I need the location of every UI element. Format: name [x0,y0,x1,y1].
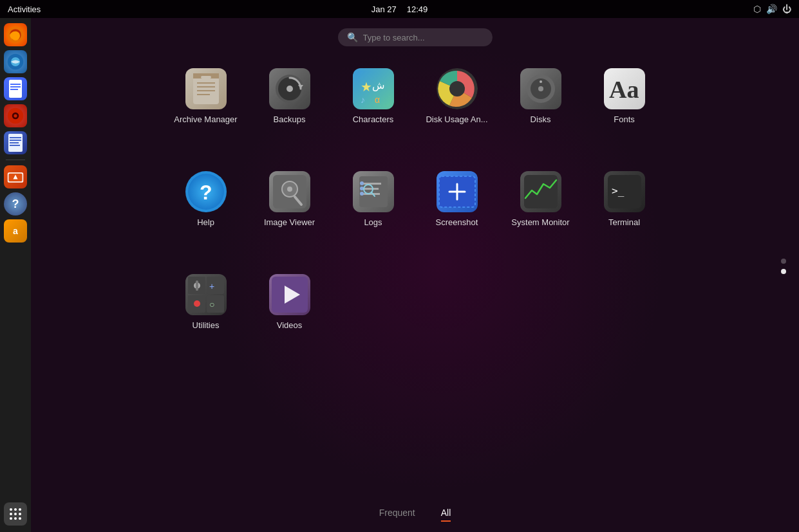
svg-text:♪: ♪ [361,95,365,105]
svg-point-10 [14,114,17,117]
svg-point-38 [287,86,293,92]
app-item-system-monitor[interactable]: System Monitor [499,165,583,268]
svg-point-19 [10,508,12,511]
videos-label: Videos [277,320,303,330]
terminal-icon: >_ [604,171,645,212]
svg-point-79 [194,300,200,307]
app-item-videos[interactable]: Videos [248,268,332,371]
svg-rect-60 [363,188,379,190]
disks-icon [520,68,561,109]
sidebar-item-appcenter[interactable] [4,165,27,188]
app-item-terminal[interactable]: >_ Terminal [583,165,666,268]
svg-text:Aa: Aa [609,76,639,103]
svg-rect-34 [197,94,210,95]
network-icon[interactable]: ⬡ [753,4,761,14]
tab-all[interactable]: All [441,508,451,522]
volume-icon[interactable]: 🔊 [766,4,777,14]
svg-rect-6 [10,86,21,87]
power-icon[interactable]: ⏻ [782,4,791,14]
topbar: Activities Jan 27 12:49 ⬡ 🔊 ⏻ [0,0,799,18]
sidebar-item-writer[interactable] [4,131,27,154]
svg-point-48 [538,86,543,91]
svg-rect-57 [359,176,388,207]
svg-point-27 [19,517,21,520]
sidebar-item-rhythmbox[interactable] [4,104,27,127]
app-item-help[interactable]: ? Help [164,165,248,268]
dock-divider [6,160,25,160]
app-item-archive-manager[interactable]: Archive Manager [164,62,248,165]
svg-point-55 [287,187,292,192]
utilities-icon: +○ [185,274,227,315]
svg-point-22 [10,513,12,515]
screenshot-icon [437,171,478,212]
app-grid: Archive Manager Backups ★ش♪α Characters [164,62,666,371]
disks-label: Disks [531,115,551,124]
help-icon: ? [185,171,227,212]
app-item-logs[interactable]: Logs [332,165,415,268]
system-monitor-icon [520,171,561,212]
sidebar-item-help[interactable]: ? [4,192,27,216]
image-viewer-label: Image Viewer [264,217,315,227]
svg-point-49 [540,80,542,83]
svg-point-26 [14,517,17,520]
screenshot-label: Screenshot [436,217,478,227]
app-item-utilities[interactable]: +○ Utilities [164,268,248,371]
search-bar: 🔍 [338,28,493,46]
fonts-icon: Aa [604,68,645,109]
svg-point-25 [10,517,12,520]
svg-rect-58 [363,183,381,185]
search-input[interactable] [363,33,479,42]
svg-point-23 [14,513,17,515]
svg-rect-32 [197,86,215,87]
app-item-disks[interactable]: Disks [499,62,583,165]
app-item-screenshot[interactable]: Screenshot [415,165,499,268]
help-label: Help [197,217,214,227]
backups-label: Backups [274,115,306,124]
svg-point-24 [19,513,21,515]
sidebar-item-docs[interactable] [4,77,27,100]
page-dot-2[interactable] [781,269,786,274]
app-item-image-viewer[interactable]: Image Viewer [248,165,332,268]
svg-text:α: α [375,95,380,105]
svg-rect-14 [10,142,19,143]
tab-frequent[interactable]: Frequent [379,508,415,522]
svg-rect-33 [197,90,215,91]
terminal-label: Terminal [608,217,640,227]
app-item-characters[interactable]: ★ش♪α Characters [332,62,415,165]
svg-rect-30 [201,76,211,78]
svg-rect-5 [10,84,21,85]
svg-rect-31 [197,82,215,84]
app-item-disk-usage[interactable]: Disk Usage An... [415,62,499,165]
main-content: 🔍 Archive Manager Backups ★ش♪α Character… [31,18,799,532]
sidebar-item-appgrid[interactable] [4,502,27,526]
activities-label[interactable]: Activities [8,5,41,14]
svg-text:>_: >_ [612,185,625,197]
sidebar-item-thunderbird[interactable] [4,50,27,73]
sidebar-item-firefox[interactable] [4,23,27,46]
page-dot-1[interactable] [781,259,786,264]
svg-text:★: ★ [361,80,372,94]
bottom-tabs: Frequent All [31,508,799,522]
app-item-fonts[interactable]: Aa Fonts [583,62,666,165]
archive-manager-label: Archive Manager [174,115,237,124]
image-viewer-icon [269,171,310,212]
date-label: Jan 27 [371,5,397,14]
page-indicators [781,259,786,274]
svg-rect-12 [10,137,21,138]
archive-manager-icon [185,68,227,109]
videos-icon [269,274,310,315]
search-icon: 🔍 [347,32,358,42]
characters-icon: ★ش♪α [353,68,394,109]
sidebar-item-amazon[interactable]: a [4,219,27,243]
svg-text:○: ○ [209,299,214,309]
disk-usage-icon [437,68,478,109]
svg-rect-13 [10,140,21,141]
svg-text:ش: ش [372,80,385,91]
logs-icon [353,171,394,212]
time-label: 12:49 [407,5,428,14]
disk-usage-label: Disk Usage An... [426,115,487,124]
backups-icon [269,68,310,109]
svg-text:+: + [209,281,214,291]
app-item-backups[interactable]: Backups [248,62,332,165]
svg-rect-77 [196,280,198,291]
